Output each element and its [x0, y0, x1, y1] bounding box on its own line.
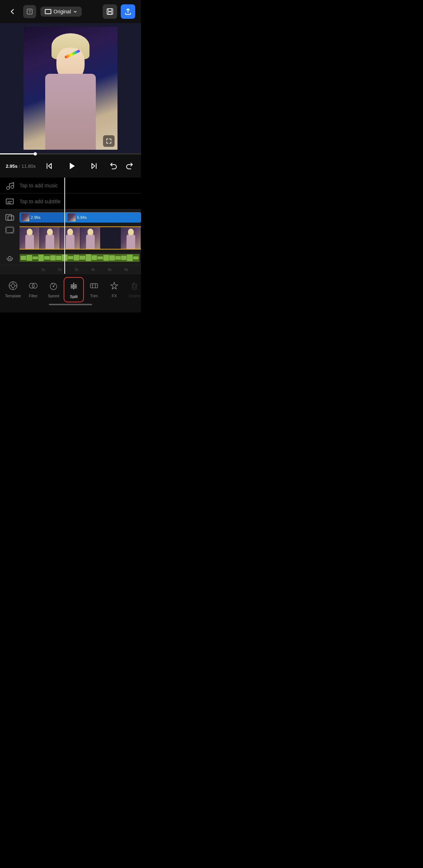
- overlay-track[interactable]: + 2.96s 5.84s: [0, 209, 141, 225]
- speed-label: Speed: [48, 294, 59, 298]
- svg-text:+: +: [12, 197, 14, 201]
- filter-label: Filter: [29, 294, 38, 298]
- toolbar-item-fx[interactable]: FX: [104, 277, 124, 301]
- skip-forward-icon: [90, 162, 98, 170]
- svg-point-26: [11, 284, 15, 288]
- svg-point-34: [53, 286, 54, 287]
- filmstrip-frame-1: [20, 227, 40, 249]
- toolbar-item-filter[interactable]: Filter: [23, 277, 43, 301]
- undo-icon: [109, 162, 118, 170]
- split-label: Split: [70, 294, 77, 299]
- playback-controls: 2.95s / 11.80s: [0, 154, 141, 178]
- clip-1-thumb: [21, 213, 29, 221]
- music-icon: +: [5, 181, 14, 190]
- aspect-ratio-button[interactable]: Original: [40, 7, 82, 17]
- svg-text:?: ?: [29, 9, 31, 14]
- video-preview: [0, 23, 141, 153]
- fullscreen-button[interactable]: [103, 135, 115, 147]
- current-time: 2.95s: [6, 163, 18, 169]
- fx-icon: [108, 280, 120, 292]
- trim-label: Trim: [90, 294, 98, 298]
- video-canvas: [24, 27, 118, 150]
- progress-fill: [0, 153, 35, 154]
- ruler-mark-2: 2s: [58, 268, 74, 272]
- export-icon: [124, 8, 132, 16]
- fx-label: FX: [112, 294, 117, 298]
- trim-icon: [88, 280, 100, 292]
- svg-rect-11: [6, 214, 12, 220]
- bottom-toolbar: Template Filter: [0, 274, 141, 312]
- ruler-mark-1: 1s: [20, 268, 58, 272]
- svg-text:+: +: [11, 231, 13, 234]
- progress-dot: [34, 152, 37, 156]
- music-track[interactable]: + Tap to add music: [0, 178, 141, 193]
- filmstrip-track[interactable]: +: [0, 225, 141, 251]
- app-container: ? Original: [0, 0, 141, 312]
- speed-icon: [48, 280, 59, 292]
- subtitle-label: Tap to add subtitle: [20, 199, 61, 204]
- ruler-mark-4: 4s: [91, 268, 108, 272]
- redo-icon: [125, 162, 134, 170]
- video-progress-bar[interactable]: [0, 153, 141, 154]
- clip-2[interactable]: 5.84s: [66, 212, 141, 222]
- save-draft-button[interactable]: [103, 4, 117, 19]
- save-draft-icon: [106, 8, 114, 16]
- timeline-ruler: 1s 2s 3s 4s 5s 6s: [0, 265, 141, 274]
- clip-1[interactable]: 2.96s: [20, 212, 66, 222]
- top-bar: ? Original: [0, 0, 141, 23]
- template-label: Template: [5, 294, 21, 298]
- svg-rect-4: [108, 12, 112, 14]
- skip-back-icon: [45, 162, 54, 170]
- skip-back-button[interactable]: [43, 160, 55, 172]
- svg-point-31: [29, 283, 34, 288]
- play-button[interactable]: [64, 158, 80, 174]
- svg-point-6: [7, 187, 9, 190]
- svg-rect-36: [90, 284, 98, 288]
- home-indicator: [49, 304, 92, 305]
- filmstrip-frame-6: [121, 227, 141, 249]
- filmstrip-frame-5: [101, 227, 121, 249]
- play-icon: [67, 161, 77, 171]
- toolbar-item-trim[interactable]: Trim: [84, 277, 104, 301]
- audio-icon: [5, 253, 14, 263]
- overlay-icon: +: [5, 213, 14, 222]
- time-display: 2.95s / 11.80s: [6, 163, 35, 169]
- audio-track[interactable]: [0, 251, 141, 265]
- svg-marker-5: [70, 163, 75, 169]
- template-icon: [7, 280, 19, 292]
- toolbar-item-speed[interactable]: Speed: [43, 277, 64, 301]
- undo-button[interactable]: [108, 160, 119, 172]
- toolbar-item-split[interactable]: Split: [64, 277, 84, 302]
- person-body: [45, 74, 96, 150]
- aspect-ratio-icon: [45, 9, 51, 14]
- export-button[interactable]: [121, 4, 135, 19]
- toolbar-item-template[interactable]: Template: [3, 277, 23, 301]
- clip-1-duration: 2.96s: [31, 215, 40, 220]
- chevron-down-icon: [73, 9, 77, 14]
- music-label: Tap to add music: [20, 183, 58, 188]
- redo-button[interactable]: [124, 160, 135, 172]
- delete-icon: [129, 280, 140, 292]
- svg-rect-14: [6, 227, 14, 233]
- clip-2-thumb: [68, 213, 76, 221]
- total-time: 11.80s: [21, 163, 35, 169]
- filmstrip-frame-3: [60, 227, 80, 249]
- ruler-mark-6: 6s: [124, 268, 141, 272]
- skip-forward-button[interactable]: [88, 160, 100, 172]
- svg-rect-3: [108, 9, 112, 11]
- ruler-mark-3: 3s: [74, 268, 91, 272]
- help-button[interactable]: ?: [23, 5, 36, 18]
- clip-2-duration: 5.84s: [77, 215, 87, 220]
- toolbar-item-delete[interactable]: Delete: [124, 277, 141, 301]
- svg-point-24: [8, 256, 11, 259]
- ruler-mark-5: 5s: [108, 268, 124, 272]
- filmstrip-frame-4: [80, 227, 101, 249]
- subtitle-track[interactable]: + Tap to add subtitle: [0, 193, 141, 209]
- split-icon: [68, 281, 80, 292]
- svg-text:+: +: [12, 182, 14, 185]
- back-button[interactable]: [6, 5, 19, 18]
- timeline: + Tap to add music + Tap to add subtitle: [0, 178, 141, 274]
- delete-label: Delete: [129, 294, 140, 298]
- ratio-label: Original: [54, 9, 71, 14]
- subtitle-icon: +: [5, 197, 14, 206]
